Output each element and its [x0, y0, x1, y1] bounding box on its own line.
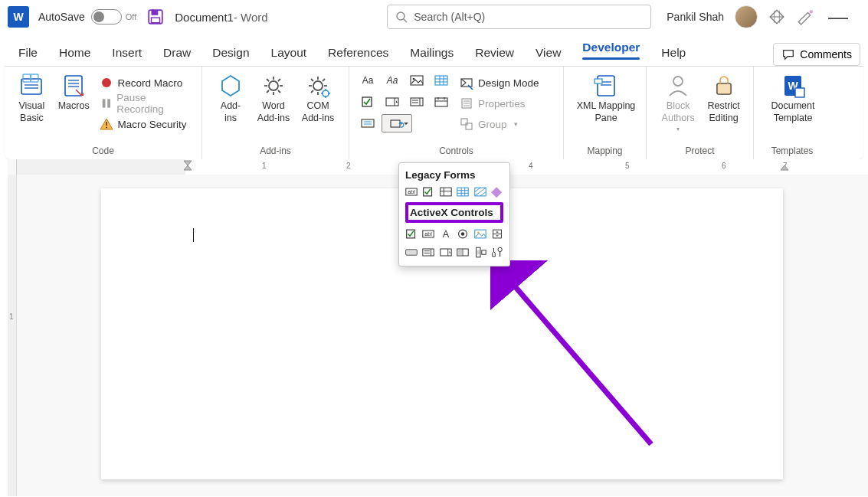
tab-draw[interactable]: Draw: [152, 46, 201, 66]
date-picker-control[interactable]: [431, 93, 452, 111]
ax-combo-icon[interactable]: [438, 244, 454, 260]
pause-recording-button: Pause Recording: [97, 93, 194, 113]
app-name: - Word: [234, 11, 268, 24]
rich-text-control[interactable]: [357, 71, 378, 90]
word-addins-icon: [260, 73, 287, 99]
repeating-section-control[interactable]: [357, 114, 378, 132]
tab-mailings[interactable]: Mailings: [399, 46, 464, 66]
pause-icon: [100, 96, 113, 110]
ax-check-icon[interactable]: [404, 226, 419, 241]
ax-command-icon[interactable]: [404, 244, 419, 260]
frame-icon[interactable]: [456, 184, 471, 199]
protect-group-label: Protect: [647, 146, 753, 156]
svg-marker-106: [184, 165, 192, 170]
left-indent-marker[interactable]: [182, 159, 193, 173]
warning-icon: [100, 117, 113, 131]
ax-scroll-icon[interactable]: [473, 244, 488, 260]
shading-icon[interactable]: [473, 184, 488, 199]
addins-group-label: Add-ins: [202, 146, 349, 156]
templates-group-label: Templates: [754, 146, 830, 156]
properties-button: Properties: [457, 93, 542, 113]
comment-icon: [781, 47, 795, 61]
user-name[interactable]: Pankil Shah: [667, 11, 724, 23]
macro-security-button[interactable]: Macro Security: [97, 114, 194, 134]
design-mode-button[interactable]: Design Mode: [457, 73, 542, 93]
properties-icon: [460, 96, 473, 110]
save-icon[interactable]: [147, 8, 164, 25]
com-addins-button[interactable]: COM Add-ins: [296, 71, 340, 126]
autosave-state: Off: [126, 12, 136, 21]
premium-diamond-icon[interactable]: [768, 8, 785, 25]
svg-marker-105: [184, 161, 192, 165]
combobox-control[interactable]: [382, 93, 403, 111]
document-template-button[interactable]: Document Template: [762, 71, 824, 126]
controls-group-label: Controls: [349, 146, 563, 156]
ax-text-icon[interactable]: [421, 226, 437, 241]
autosave-toggle[interactable]: [91, 9, 122, 25]
building-block-control[interactable]: [431, 71, 452, 90]
autosave-label: AutoSave: [38, 11, 85, 23]
reset-icon[interactable]: [490, 184, 506, 199]
word-logo-icon: W: [8, 6, 29, 28]
ax-spin-icon[interactable]: [490, 226, 506, 241]
restrict-editing-button[interactable]: Restrict Editing: [702, 71, 745, 135]
addins-icon: [218, 73, 244, 99]
com-addins-icon: [305, 73, 331, 99]
vertical-ruler[interactable]: 1: [8, 175, 17, 496]
activex-controls-heading: ActiveX Controls: [405, 202, 503, 223]
search-placeholder: Search (Alt+Q): [414, 11, 485, 23]
tab-file[interactable]: File: [8, 46, 48, 66]
ribbon: Visual Basic Macros Record Macro Pause R…: [5, 66, 863, 159]
record-macro-button[interactable]: Record Macro: [97, 73, 194, 93]
ax-image-icon[interactable]: [473, 226, 488, 241]
right-indent-marker[interactable]: [780, 159, 789, 173]
legacy-tools-dropdown[interactable]: [382, 114, 412, 132]
check-box-icon[interactable]: [421, 184, 437, 199]
tab-home[interactable]: Home: [48, 46, 101, 66]
title-bar: W AutoSave Off Document1 - Word Search (…: [0, 0, 868, 34]
document-title: Document1: [175, 11, 234, 24]
addins-button[interactable]: Add- ins: [210, 71, 251, 126]
ax-list-icon[interactable]: [421, 244, 437, 260]
mapping-group-label: Mapping: [564, 146, 646, 156]
ribbon-tabs: File Home Insert Draw Design Layout Refe…: [0, 34, 868, 66]
plain-text-control[interactable]: [382, 71, 403, 90]
picture-control[interactable]: [406, 71, 427, 90]
ax-more-icon[interactable]: [490, 244, 506, 260]
tab-developer[interactable]: Developer: [572, 41, 650, 66]
tab-references[interactable]: References: [317, 46, 399, 66]
checkbox-control[interactable]: [357, 93, 378, 111]
visual-basic-button[interactable]: Visual Basic: [12, 71, 51, 134]
group-icon: [460, 117, 473, 131]
pen-icon[interactable]: [796, 8, 813, 25]
minimize-button[interactable]: —: [824, 11, 853, 22]
tab-layout[interactable]: Layout: [260, 46, 318, 66]
tab-insert[interactable]: Insert: [101, 46, 152, 66]
text-field-icon[interactable]: [404, 184, 419, 199]
ax-label-icon[interactable]: [438, 226, 454, 241]
tab-help[interactable]: Help: [650, 46, 696, 66]
legacy-tools-popup: Legacy Forms ActiveX Controls: [398, 162, 510, 266]
search-icon: [395, 11, 408, 23]
ax-toggle-icon[interactable]: [456, 244, 471, 260]
comments-button[interactable]: Comments: [773, 43, 860, 66]
tab-design[interactable]: Design: [201, 46, 260, 66]
search-box[interactable]: Search (Alt+Q): [387, 5, 651, 29]
svg-marker-107: [781, 165, 788, 170]
user-avatar[interactable]: [735, 5, 758, 28]
design-mode-icon: [460, 76, 473, 90]
dropdown-list-control[interactable]: [406, 93, 427, 111]
macros-icon: [61, 73, 87, 99]
word-addins-button[interactable]: Word Add-ins: [253, 71, 294, 126]
tab-review[interactable]: Review: [464, 46, 525, 66]
macros-button[interactable]: Macros: [54, 71, 93, 134]
document-template-icon: [780, 73, 806, 99]
tab-view[interactable]: View: [525, 46, 572, 66]
visual-basic-icon: [18, 73, 44, 99]
restrict-editing-icon: [711, 73, 737, 99]
ax-option-icon[interactable]: [456, 226, 471, 241]
record-icon: [100, 76, 113, 90]
xml-mapping-button[interactable]: XML Mapping Pane: [572, 71, 640, 126]
combo-box-icon[interactable]: [438, 184, 454, 199]
text-cursor: [193, 228, 194, 242]
